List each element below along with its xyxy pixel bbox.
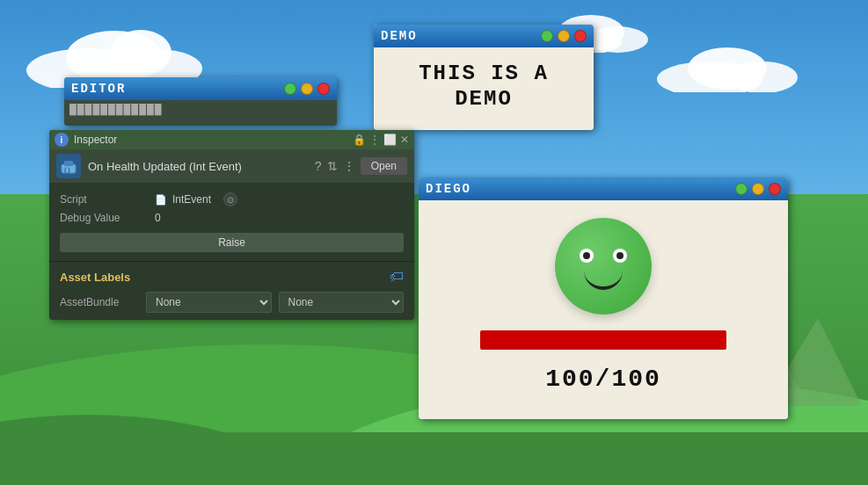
demo-titlebar: DEMO — [374, 25, 594, 47]
component-icon: {} — [56, 154, 81, 178]
script-select-button[interactable]: ⊙ — [223, 192, 237, 206]
editor-title: EDITOR — [71, 82, 284, 96]
script-label: Script — [60, 193, 148, 206]
editor-minimize-btn[interactable] — [301, 83, 313, 95]
editor-titlebar: EDITOR — [64, 77, 337, 100]
diego-title: DIEGO — [426, 182, 735, 196]
svg-point-9 — [587, 26, 648, 53]
demo-title: DEMO — [381, 29, 541, 43]
help-icon[interactable]: ? — [315, 159, 322, 173]
desktop-background: EDITOR ████████████ DEMO THIS IS A DEMO — [0, 0, 868, 485]
diego-close-btn[interactable] — [769, 183, 781, 195]
editor-content: ████████████ — [69, 104, 163, 114]
editor-close-btn[interactable] — [317, 83, 330, 95]
debug-value-label: Debug Value — [60, 212, 148, 224]
component-header: {} On Health Updated (Int Event) ? ⇅ ⋮ O… — [49, 149, 414, 184]
character-smile — [584, 271, 623, 290]
diego-window: DIEGO 100/100 — [419, 177, 788, 419]
svg-rect-13 — [0, 432, 868, 485]
demo-body: THIS IS A DEMO — [374, 47, 594, 130]
more-icon[interactable]: ⋮ — [343, 159, 355, 173]
demo-text: THIS IS A DEMO — [391, 62, 576, 112]
raise-button[interactable]: Raise — [60, 233, 404, 252]
eye-left — [580, 249, 594, 263]
sort-icon[interactable]: ⇅ — [327, 159, 338, 173]
diego-titlebar: DIEGO — [419, 177, 788, 200]
health-bar — [480, 330, 726, 350]
script-row: Script 📄 IntEvent ⊙ — [60, 192, 404, 206]
svg-point-6 — [727, 62, 798, 92]
demo-window-controls — [541, 30, 587, 42]
editor-window: EDITOR ████████████ — [64, 77, 337, 126]
editor-window-controls — [284, 83, 330, 95]
diego-window-controls — [735, 183, 781, 195]
eye-right — [613, 249, 627, 263]
expand-icon[interactable]: ⬜ — [383, 134, 397, 146]
file-icon: 📄 — [155, 194, 167, 206]
inspector-info-icon: i — [55, 133, 69, 147]
asset-labels-header: Asset Labels 🏷 — [60, 269, 404, 285]
inspector-window: i Inspector 🔒 ⋮ ⬜ ✕ {} On Health Updated… — [49, 130, 414, 320]
asset-bundle-select-2[interactable]: None — [279, 292, 405, 313]
inspector-controls[interactable]: 🔒 ⋮ ⬜ ✕ — [353, 134, 409, 146]
debug-value[interactable]: 0 — [155, 212, 161, 224]
asset-labels-title: Asset Labels — [60, 271, 130, 284]
diego-minimize-btn[interactable] — [752, 183, 764, 195]
tag-icon[interactable]: 🏷 — [390, 269, 404, 285]
inspector-titlebar: i Inspector 🔒 ⋮ ⬜ ✕ — [49, 130, 414, 149]
open-button[interactable]: Open — [361, 157, 407, 175]
menu-icon[interactable]: ⋮ — [369, 134, 380, 146]
asset-labels-section: Asset Labels 🏷 AssetBundle None None — [49, 261, 414, 320]
diego-body: 100/100 — [419, 200, 788, 419]
inspector-body: Script 📄 IntEvent ⊙ Debug Value 0 Raise — [49, 184, 414, 261]
asset-bundle-label: AssetBundle — [60, 296, 139, 308]
editor-maximize-btn[interactable] — [284, 83, 296, 95]
asset-bundle-row: AssetBundle None None — [60, 292, 404, 313]
svg-point-3 — [110, 30, 171, 76]
debug-value-row: Debug Value 0 — [60, 212, 404, 224]
script-value: IntEvent — [172, 193, 211, 206]
lock-icon[interactable]: 🔒 — [353, 134, 366, 146]
asset-bundle-select-1[interactable]: None — [146, 292, 272, 313]
demo-close-btn[interactable] — [574, 30, 587, 42]
cloud-2 — [657, 44, 798, 92]
close-icon[interactable]: ✕ — [400, 134, 409, 146]
diego-maximize-btn[interactable] — [735, 183, 748, 195]
health-display: 100/100 — [545, 366, 661, 393]
component-actions: ? ⇅ ⋮ Open — [315, 157, 407, 175]
demo-window: DEMO THIS IS A DEMO — [374, 25, 594, 130]
demo-maximize-btn[interactable] — [541, 30, 553, 42]
character-face — [555, 218, 652, 315]
component-title: On Health Updated (Int Event) — [88, 160, 308, 173]
inspector-title: Inspector — [74, 134, 347, 146]
demo-minimize-btn[interactable] — [558, 30, 570, 42]
editor-body: ████████████ — [64, 100, 337, 126]
svg-rect-17 — [64, 161, 73, 166]
script-value-container: 📄 IntEvent ⊙ — [155, 192, 237, 206]
svg-text:{}: {} — [63, 167, 70, 174]
